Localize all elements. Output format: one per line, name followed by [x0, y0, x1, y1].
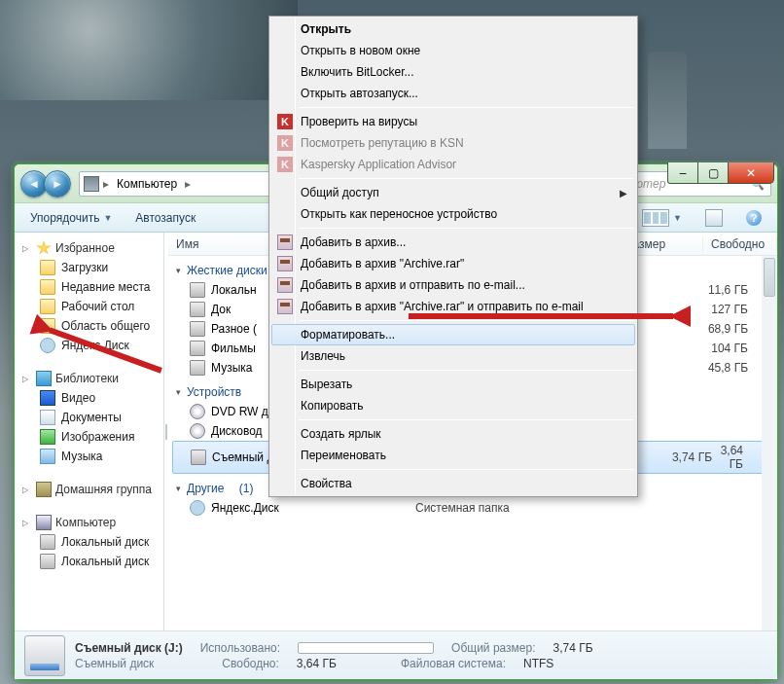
autoplay-button[interactable]: Автозапуск [127, 208, 203, 228]
nav-homegroup-header[interactable]: ▷Домашняя группа [15, 480, 163, 499]
nav-downloads[interactable]: Загрузки [15, 258, 163, 277]
details-pane: Съемный диск (J:) Использовано: Общий ра… [15, 630, 777, 679]
vertical-scrollbar[interactable] [762, 256, 777, 630]
winrar-icon [277, 234, 293, 250]
scrollbar-thumb[interactable] [764, 258, 775, 297]
picture-icon [40, 429, 55, 445]
removable-drive-large-icon [24, 635, 65, 676]
submenu-arrow-icon: ▶ [620, 188, 627, 198]
breadcrumb-sep2: ▸ [185, 177, 191, 191]
removable-drive-icon [191, 450, 206, 465]
status-title: Съемный диск (J:) [75, 641, 183, 655]
nav-recent[interactable]: Недавние места [15, 277, 163, 297]
drive-row[interactable]: Яндекс.ДискСистемная папка [168, 498, 777, 518]
status-fs-label: Файловая система: [401, 657, 506, 670]
homegroup-icon [36, 482, 52, 497]
status-used-label: Использовано: [200, 641, 280, 655]
library-icon [36, 371, 52, 386]
column-free[interactable]: Свободно [703, 237, 777, 251]
organize-button[interactable]: Упорядочить ▼ [22, 208, 120, 228]
status-fs-value: NTFS [523, 657, 553, 670]
nav-videos[interactable]: Видео [15, 388, 163, 408]
drive-icon [190, 360, 205, 376]
cm-open[interactable]: Открыть [271, 18, 635, 40]
drive-icon [40, 534, 55, 550]
nav-favorites-header[interactable]: ▷Избранное [15, 238, 163, 258]
video-icon [40, 390, 55, 406]
cm-bitlocker[interactable]: Включить BitLocker... [271, 61, 635, 83]
drive-icon [190, 282, 205, 298]
document-icon [40, 410, 55, 425]
status-total-label: Общий размер: [451, 641, 535, 655]
nav-local-disk-1[interactable]: Локальный диск [15, 532, 163, 552]
help-icon: ? [746, 210, 762, 226]
kaspersky-icon: K [277, 114, 293, 129]
cm-eject[interactable]: Извлечь [271, 345, 635, 367]
status-free-label: Свободно: [222, 657, 279, 670]
folder-icon [40, 279, 55, 295]
cm-create-shortcut[interactable]: Создать ярлык [271, 423, 635, 445]
cm-open-new-window[interactable]: Открыть в новом окне [271, 40, 635, 61]
cloud-icon [190, 500, 205, 516]
drive-icon [190, 341, 205, 356]
winrar-icon [277, 277, 293, 293]
computer-icon [36, 515, 52, 530]
status-subtitle: Съемный диск [75, 657, 154, 670]
computer-icon [84, 176, 99, 192]
annotation-arrow-right [409, 309, 691, 323]
nav-libraries-header[interactable]: ▷Библиотеки [15, 369, 163, 388]
nav-documents[interactable]: Документы [15, 408, 163, 427]
view-mode-button[interactable]: ▼ [634, 206, 690, 230]
status-free-value: 3,64 ГБ [297, 657, 337, 670]
winrar-icon [277, 299, 293, 314]
nav-local-disk-2[interactable]: Локальный диск [15, 552, 163, 571]
kaspersky-icon: K [277, 135, 293, 151]
status-total-value: 3,74 ГБ [553, 641, 593, 655]
kaspersky-icon: K [277, 157, 293, 172]
cm-add-to-archive-rar[interactable]: Добавить в архив "Archive.rar" [271, 253, 635, 274]
folder-icon [40, 260, 55, 275]
nav-music[interactable]: Музыка [15, 447, 163, 466]
cm-check-viruses[interactable]: KПроверить на вирусы [271, 111, 635, 132]
help-button[interactable]: ? [738, 207, 769, 229]
breadcrumb-computer[interactable]: Компьютер [113, 177, 181, 191]
dvd-icon [190, 404, 205, 419]
view-icon [642, 209, 669, 227]
cm-archive-and-email[interactable]: Добавить в архив и отправить по e-mail..… [271, 274, 635, 296]
cm-properties[interactable]: Свойства [271, 473, 635, 494]
cm-kaspersky-advisor[interactable]: KKaspersky Application Advisor [271, 154, 635, 175]
cm-add-to-archive[interactable]: Добавить в архив... [271, 232, 635, 253]
usage-bar [298, 642, 434, 654]
drive-icon [190, 321, 205, 337]
preview-pane-icon [705, 209, 723, 227]
cm-format[interactable]: Форматировать... [271, 324, 635, 345]
music-icon [40, 449, 55, 464]
minimize-button[interactable]: – [667, 162, 698, 184]
breadcrumb-sep: ▸ [103, 177, 109, 191]
preview-pane-button[interactable] [697, 206, 731, 230]
star-icon [36, 240, 52, 256]
drive-icon [190, 302, 205, 317]
floppy-icon [190, 423, 205, 439]
cm-rename[interactable]: Переименовать [271, 445, 635, 466]
close-button[interactable]: ✕ [728, 162, 774, 184]
drive-icon [40, 554, 55, 569]
cm-share[interactable]: Общий доступ▶ [271, 182, 635, 203]
cm-copy[interactable]: Копировать [271, 395, 635, 416]
nav-pictures[interactable]: Изображения [15, 427, 163, 447]
cm-cut[interactable]: Вырезать [271, 374, 635, 395]
nav-forward-button[interactable]: ► [44, 170, 71, 198]
winrar-icon [277, 256, 293, 271]
navigation-pane: ▷Избранное Загрузки Недавние места Рабоч… [15, 233, 164, 630]
nav-computer-header[interactable]: ▷Компьютер [15, 513, 163, 532]
context-menu: Открыть Открыть в новом окне Включить Bi… [268, 16, 638, 497]
cm-open-portable[interactable]: Открыть как переносное устройство [271, 203, 635, 225]
cm-ksn-reputation[interactable]: KПосмотреть репутацию в KSN [271, 132, 635, 154]
maximize-button[interactable]: ▢ [697, 162, 729, 184]
cm-open-autoplay[interactable]: Открыть автозапуск... [271, 83, 635, 104]
folder-icon [40, 299, 55, 314]
